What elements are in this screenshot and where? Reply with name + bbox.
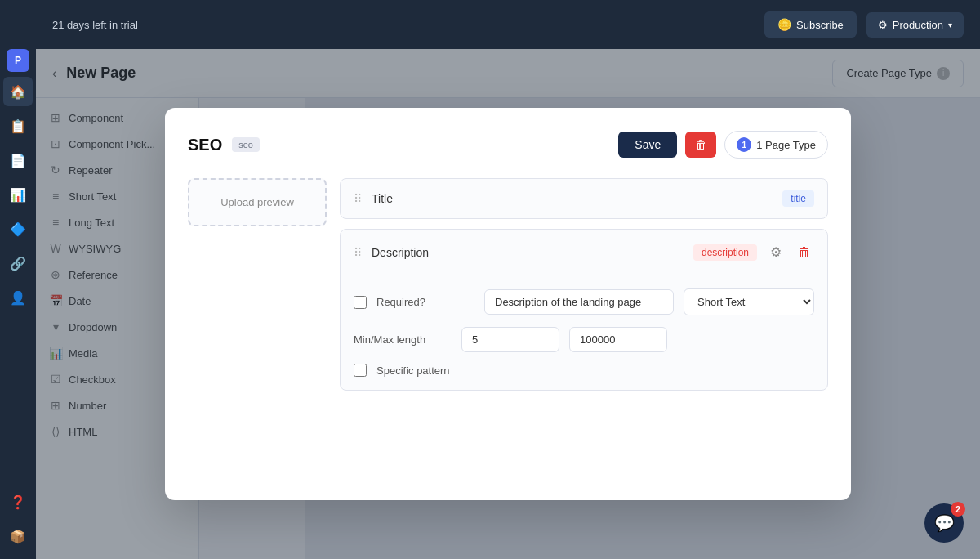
chat-badge: 2 xyxy=(951,502,965,517)
type-select[interactable]: Short Text Long Text WYSIWYG Rich Text xyxy=(684,288,814,315)
topbar: 21 days left in trial 🪙 Subscribe ⚙ Prod… xyxy=(0,0,980,49)
production-button[interactable]: ⚙ Production ▾ xyxy=(866,12,964,38)
trial-text: 21 days left in trial xyxy=(52,19,138,31)
subscribe-button[interactable]: 🪙 Subscribe xyxy=(764,11,857,38)
sidebar-icon-packages[interactable]: 📦 xyxy=(3,521,33,551)
required-row: Required? Short Text Long Text WYSIWYG R… xyxy=(354,288,814,315)
description-name-input[interactable] xyxy=(372,246,684,259)
sidebar: P 🏠 📋 📄 📊 🔷 🔗 👤 ❓ 📦 xyxy=(0,0,36,559)
upload-preview-label: Upload preview xyxy=(206,196,309,208)
save-button[interactable]: Save xyxy=(618,132,677,158)
delete-button[interactable]: 🗑 xyxy=(685,132,716,158)
chat-icon: 💬 xyxy=(934,513,955,533)
sidebar-icon-components[interactable]: 🔷 xyxy=(3,214,33,244)
modal-title: SEO xyxy=(188,136,222,154)
placeholder-input[interactable] xyxy=(484,289,674,315)
min-input[interactable] xyxy=(461,327,559,352)
description-settings-button[interactable]: ⚙ xyxy=(767,241,785,263)
specific-pattern-checkbox[interactable] xyxy=(354,364,367,377)
max-input[interactable] xyxy=(569,327,667,352)
required-checkbox[interactable] xyxy=(354,296,367,309)
sidebar-icon-pages[interactable]: 📋 xyxy=(3,111,33,141)
description-field-expanded: ⠿ description ⚙ 🗑 Required? xyxy=(340,229,828,391)
minmax-row: Min/Max length xyxy=(354,327,814,352)
chat-bubble[interactable]: 💬 2 xyxy=(924,503,964,543)
coin-icon: 🪙 xyxy=(777,18,791,31)
sidebar-icon-home[interactable]: 🏠 xyxy=(3,77,33,106)
chevron-down-icon: ▾ xyxy=(948,20,952,29)
page-type-badge: 1 xyxy=(737,137,751,152)
sidebar-icon-help[interactable]: ❓ xyxy=(3,487,33,517)
sidebar-icon-users[interactable]: 👤 xyxy=(3,283,33,312)
production-icon: ⚙ xyxy=(878,19,888,31)
modal-body: Upload preview ⠿ title ⠿ xyxy=(188,178,828,391)
title-name-input[interactable] xyxy=(372,192,773,205)
required-label: Required? xyxy=(376,296,474,308)
modal-tag: seo xyxy=(232,137,260,152)
modal-overlay: SEO seo Save 🗑 1 1 Page Type Upload prev… xyxy=(36,49,980,559)
description-field-header: ⠿ description ⚙ 🗑 xyxy=(341,230,827,275)
specific-pattern-label: Specific pattern xyxy=(376,364,474,377)
page-type-button[interactable]: 1 1 Page Type xyxy=(724,131,828,159)
sidebar-icon-docs[interactable]: 📄 xyxy=(3,145,33,175)
specific-pattern-row: Specific pattern xyxy=(354,364,814,377)
avatar: P xyxy=(7,49,29,72)
modal-header-right: Save 🗑 1 1 Page Type xyxy=(618,131,828,159)
seo-modal: SEO seo Save 🗑 1 1 Page Type Upload prev… xyxy=(165,108,851,500)
minmax-label: Min/Max length xyxy=(354,333,452,346)
title-field-row: ⠿ title xyxy=(340,178,828,219)
description-field-body: Required? Short Text Long Text WYSIWYG R… xyxy=(341,275,827,390)
upload-preview-box[interactable]: Upload preview xyxy=(188,178,327,226)
description-drag-handle[interactable]: ⠿ xyxy=(354,246,362,259)
main-content: ‹ New Page Create Page Type i ⊞ Componen… xyxy=(36,49,980,559)
modal-right-panel: ⠿ title ⠿ description ⚙ 🗑 xyxy=(340,178,828,391)
sidebar-icon-analytics[interactable]: 📊 xyxy=(3,180,33,209)
title-drag-handle[interactable]: ⠿ xyxy=(354,192,362,205)
modal-header: SEO seo Save 🗑 1 1 Page Type xyxy=(188,131,828,159)
description-tag: description xyxy=(693,244,757,261)
modal-left-panel: Upload preview xyxy=(188,178,327,391)
sidebar-icon-links[interactable]: 🔗 xyxy=(3,248,33,278)
title-tag: title xyxy=(782,190,814,207)
description-delete-button[interactable]: 🗑 xyxy=(795,242,814,263)
